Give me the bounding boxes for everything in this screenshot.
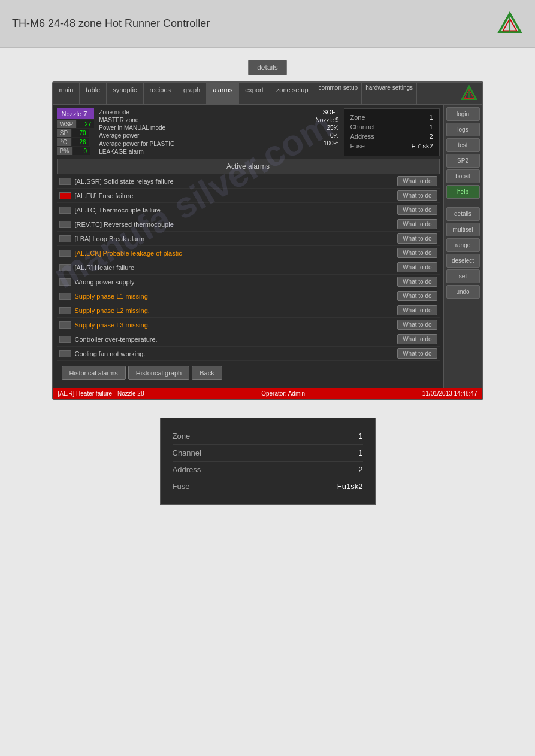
sidebar-deselect-btn[interactable]: deselect [446,254,480,268]
alarm-text-12: Cooling fan not working. [75,350,398,357]
avg-power-value: 0% [330,132,338,139]
sidebar-sp2-btn[interactable]: SP2 [446,154,480,168]
param-power-manual: Power in MANUAL mode 25% [99,124,338,132]
left-panel: Nozzle 7 WSP 27 SP 70 °C 26 [53,105,443,388]
sidebar-set-btn[interactable]: set [446,269,480,283]
sp-value: 70 [72,129,89,137]
sidebar-test-btn[interactable]: test [446,138,480,152]
alarm-text-9: Supply phase L2 missing. [75,307,398,314]
zone-mode-label: Zone mode [99,109,129,116]
historical-alarms-button[interactable]: Historical alarms [62,366,126,380]
status-timestamp: 11/01/2013 14:48:47 [422,390,477,397]
details-button[interactable]: details [248,60,287,75]
zone-label: Zone [350,114,365,121]
wsp-label: WSP [57,120,77,128]
sidebar-logs-btn[interactable]: logs [446,123,480,136]
header-title: TH-M6 24-48 zone Hot Runner Controller [12,17,210,30]
info-panel-channel: Channel 1 [173,445,363,462]
what-to-do-btn-6[interactable]: What to do [397,262,437,272]
what-to-do-btn-4[interactable]: What to do [397,233,437,244]
bottom-buttons: Historical alarms Historical graph Back [57,361,440,385]
what-to-do-btn-7[interactable]: What to do [397,277,437,287]
alarms-header: Active alarms [57,159,440,174]
sidebar-range-btn[interactable]: range [446,238,480,252]
controller-panel: main table synoptic recipes graph alarms… [52,81,483,400]
alarm-row-3: [REV.TC] Reversed thermocouple What to d… [57,217,440,232]
sidebar-login-btn[interactable]: login [446,107,480,121]
status-operator: Operator: Admin [261,390,305,397]
p-value: 0 [73,147,90,155]
tab-export[interactable]: export [239,83,270,104]
info-zone-label: Zone [173,432,191,441]
alarm-row-6: [AL.R] Heater failure What to do [57,260,440,275]
tab-zone-setup[interactable]: zone setup [270,83,315,104]
what-to-do-btn-1[interactable]: What to do [397,190,437,201]
tab-graph[interactable]: graph [177,83,207,104]
right-sidebar: login logs test SP2 boost help details m… [443,105,482,388]
alarm-row-8: Supply phase L1 missing What to do [57,289,440,303]
channel-label: Channel [350,123,375,130]
what-to-do-btn-11[interactable]: What to do [397,334,437,344]
nozzle-row-wsp: WSP 27 [57,120,95,128]
alarm-indicator-4 [59,235,71,242]
alarm-text-2: [AL.TC] Thermocouple failure [75,207,398,214]
alarm-text-8: Supply phase L1 missing [75,293,398,300]
address-value: 2 [429,133,433,140]
alarm-row-11: Controller over-temperature. What to do [57,332,440,347]
tab-recipes[interactable]: recipes [144,83,177,104]
avg-power-label: Average power [99,132,139,139]
zone-info-address: Address 2 [350,132,433,141]
sidebar-help-btn[interactable]: help [446,185,480,199]
avg-power-plastic-value: 100% [324,140,339,147]
tab-alarms[interactable]: alarms [207,83,239,104]
what-to-do-btn-2[interactable]: What to do [397,205,437,215]
tab-common-setup[interactable]: common setup [315,83,362,104]
what-to-do-btn-5[interactable]: What to do [397,248,437,258]
zone-info-fuse: Fuse Fu1sk2 [350,141,433,151]
what-to-do-btn-0[interactable]: What to do [397,176,437,186]
tab-hardware-settings[interactable]: hardware settings [362,83,417,104]
what-to-do-btn-10[interactable]: What to do [397,320,437,330]
tab-logo [456,83,482,104]
tab-table[interactable]: table [80,83,107,104]
info-channel-label: Channel [173,448,201,457]
what-to-do-btn-8[interactable]: What to do [397,291,437,301]
info-address-label: Address [173,465,201,474]
sidebar-undo-btn[interactable]: undo [446,285,480,299]
status-alarm-text: [AL.R] Heater failure - Nozzle 28 [58,390,144,397]
tab-bar: main table synoptic recipes graph alarms… [53,83,482,105]
param-master: MASTER zone Nozzle 9 [99,116,338,124]
sidebar-multisel-btn[interactable]: multisel [446,223,480,236]
status-bar: [AL.R] Heater failure - Nozzle 28 Operat… [53,388,482,399]
details-area: details [0,48,535,81]
sidebar-boost-btn[interactable]: boost [446,169,480,183]
sidebar-divider [446,201,480,205]
info-zone-value: 1 [358,432,362,441]
info-fuse-value: Fu1sk2 [337,482,363,491]
back-button[interactable]: Back [192,366,222,380]
tab-main[interactable]: main [53,83,80,104]
sidebar-details-btn[interactable]: details [446,207,480,221]
alarm-row-0: [AL.SSR] Solid state relays failure What… [57,174,440,189]
info-panel-zone: Zone 1 [173,428,363,445]
zone-info-channel: Channel 1 [350,122,433,132]
tab-synoptic[interactable]: synoptic [107,83,143,104]
zone-info-box: Zone 1 Channel 1 Address 2 Fuse Fu1sk2 [344,108,440,156]
power-manual-label: Power in MANUAL mode [99,125,165,131]
what-to-do-btn-12[interactable]: What to do [397,348,437,359]
historical-graph-button[interactable]: Historical graph [128,366,189,380]
what-to-do-btn-3[interactable]: What to do [397,219,437,229]
sp-label: SP [57,129,71,137]
alarm-indicator-8 [59,293,71,300]
what-to-do-btn-9[interactable]: What to do [397,305,437,315]
alarm-indicator-1 [59,192,71,199]
nozzle-row-p: P% 0 [57,147,95,155]
channel-value: 1 [429,123,433,130]
header: TH-M6 24-48 zone Hot Runner Controller [0,0,535,48]
alarms-section: Active alarms [AL.SSR] Solid state relay… [57,159,440,361]
top-info-area: Nozzle 7 WSP 27 SP 70 °C 26 [57,108,440,156]
zone-mode-value: SOFT [323,109,339,116]
alarm-row-9: Supply phase L2 missing. What to do [57,303,440,318]
alarm-indicator-12 [59,350,71,357]
alarm-row-1: [AL.FU] Fuse failure What to do [57,189,440,203]
